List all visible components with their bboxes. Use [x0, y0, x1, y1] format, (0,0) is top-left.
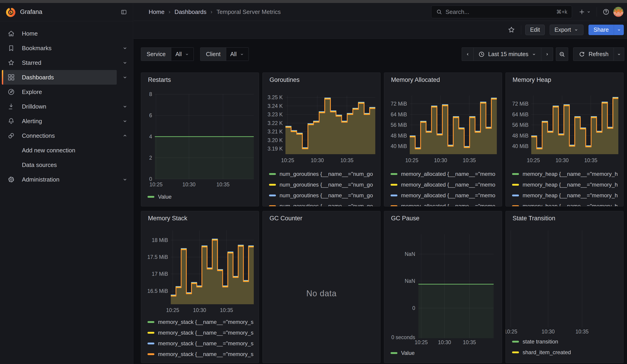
sidebar-item-home[interactable]: Home: [2, 26, 117, 41]
sidebar-item-drilldown-toggle[interactable]: [122, 103, 128, 110]
zoom-out-button[interactable]: [556, 48, 568, 61]
legend-color-marker: [512, 195, 519, 196]
sidebar-item-dashboards[interactable]: Dashboards: [2, 70, 117, 85]
legend-color-marker: [512, 205, 519, 207]
client-filter[interactable]: Client All: [200, 48, 249, 61]
x-tick-label: 10:30: [541, 329, 555, 335]
dock-sidebar-icon[interactable]: [120, 9, 127, 15]
client-filter-label: Client: [200, 48, 226, 61]
help-button[interactable]: [601, 7, 611, 17]
sidebar-item-administration[interactable]: Administration: [2, 172, 117, 187]
legend-label: memory_stack {__name__="memory_s: [158, 330, 254, 336]
legend-item[interactable]: shard_item_created: [512, 347, 623, 358]
legend-item[interactable]: Value: [148, 191, 259, 202]
legend-item[interactable]: memory_heap {__name__="memory_h: [512, 168, 623, 179]
legend-label: memory_allocated {__name__="memo: [401, 171, 495, 177]
chevron-up-icon: [122, 133, 128, 139]
legend-item[interactable]: num_goroutines {__name__="num_go: [269, 179, 380, 190]
search-shortcut: ⌘+k: [556, 9, 567, 15]
sidebar-item-connections[interactable]: Connections: [2, 128, 117, 143]
chevron-down-icon: [531, 52, 536, 57]
goroutines-legend: num_goroutines {__name__="num_gonum_goro…: [263, 168, 380, 207]
share-menu-button[interactable]: [614, 25, 624, 35]
sidebar-item-bookmarks-toggle[interactable]: [122, 45, 128, 51]
sidebar: Grafana HomeBookmarksStarredDashboardsEx…: [0, 3, 133, 364]
refresh-button[interactable]: Refresh: [573, 48, 614, 61]
refresh-interval-button[interactable]: [614, 48, 624, 61]
restarts-legend: Value: [141, 191, 259, 205]
legend-item[interactable]: memory_allocated {__name__="memo: [391, 190, 502, 201]
sidebar-item-bookmarks[interactable]: Bookmarks: [2, 41, 117, 55]
service-filter[interactable]: Service All: [141, 48, 194, 61]
sidebar-item-explore[interactable]: Explore: [2, 85, 117, 99]
sidebar-item-label: Starred: [22, 59, 41, 66]
legend-color-marker: [148, 332, 154, 334]
legend-item[interactable]: memory_stack {__name__="memory_s: [148, 327, 259, 338]
sidebar-item-connections-toggle[interactable]: [122, 133, 128, 139]
legend-label: memory_stack {__name__="memory_s: [158, 340, 254, 347]
legend-color-marker: [391, 205, 397, 207]
legend-label: Value: [401, 350, 415, 356]
breadcrumb-item-dashboards[interactable]: Dashboards: [174, 8, 206, 15]
legend-item[interactable]: num_goroutines {__name__="num_go: [269, 168, 380, 179]
panel-memory-heap: Memory Heap 10:2510:3010:3572 MiB64 MiB5…: [506, 73, 624, 207]
legend-label: memory_heap {__name__="memory_h: [522, 182, 618, 188]
sidebar-item-label: Data sources: [22, 161, 57, 168]
sidebar-item-alerting[interactable]: Alerting: [2, 114, 117, 128]
legend-item[interactable]: memory_allocated {__name__="memo: [391, 201, 502, 207]
sidebar-item-add-new-connection[interactable]: Add new connection: [2, 143, 117, 157]
legend-item[interactable]: state transition: [512, 336, 623, 347]
legend-item[interactable]: Value: [391, 348, 502, 358]
panel-state-transition: State Transition 10:2510:3010:35 state t…: [506, 211, 624, 363]
bookmark-icon: [7, 44, 15, 52]
legend-label: num_goroutines {__name__="num_go: [279, 203, 373, 207]
sidebar-item-dashboards-toggle[interactable]: [122, 74, 128, 81]
chevron-down-icon: [122, 176, 128, 183]
x-tick-label: 10:35: [220, 307, 233, 313]
gc-pause-chart[interactable]: 10:2510:3010:35NaNNaN00 seconds: [384, 211, 502, 363]
legend-item[interactable]: memory_stack {__name__="memory_s: [148, 338, 259, 349]
sidebar-item-administration-toggle[interactable]: [122, 176, 128, 183]
legend-item[interactable]: num_goroutines {__name__="num_go: [269, 201, 380, 207]
legend-item[interactable]: memory_allocated {__name__="memo: [391, 179, 502, 190]
panel-title[interactable]: GC Counter: [269, 215, 302, 222]
y-tick-label: 16.5 MiB: [147, 288, 168, 294]
legend-item[interactable]: memory_heap {__name__="memory_h: [512, 190, 623, 201]
breadcrumb-item-home[interactable]: Home: [149, 8, 164, 15]
y-tick-label: 72 MiB: [512, 101, 528, 107]
favorite-star-button[interactable]: [506, 24, 517, 35]
legend-label: memory_stack {__name__="memory_s: [158, 319, 254, 325]
legend-label: memory_allocated {__name__="memo: [401, 182, 495, 188]
x-tick-label: 10:35: [340, 157, 354, 163]
sidebar-item-drilldown[interactable]: Drilldown: [2, 99, 117, 114]
link-icon: [7, 132, 15, 140]
y-tick-label: 4: [149, 134, 152, 140]
edit-button[interactable]: Edit: [525, 25, 545, 35]
share-button[interactable]: Share: [588, 25, 614, 35]
restarts-chart[interactable]: 10:2510:3010:3586420: [141, 73, 259, 206]
sidebar-item-data-sources[interactable]: Data sources: [2, 157, 117, 172]
legend-item[interactable]: memory_stack {__name__="memory_s: [148, 316, 259, 327]
search-input[interactable]: Search... ⌘+k: [431, 5, 572, 18]
x-tick-label: 10:35: [463, 157, 476, 163]
time-shift-forward-button[interactable]: [541, 48, 553, 61]
add-new-button[interactable]: [577, 7, 593, 17]
time-range-picker[interactable]: Last 15 minutes: [473, 48, 541, 61]
export-button[interactable]: Export: [550, 25, 583, 35]
time-shift-back-button[interactable]: [462, 48, 473, 61]
grafana-app: Grafana HomeBookmarksStarredDashboardsEx…: [0, 0, 627, 364]
legend-item[interactable]: memory_heap {__name__="memory_h: [512, 179, 623, 190]
sidebar-item-starred[interactable]: Starred: [2, 55, 117, 70]
legend-color-marker: [512, 173, 519, 175]
legend-item[interactable]: num_goroutines {__name__="num_go: [269, 190, 380, 201]
legend-item[interactable]: memory_stack {__name__="memory_s: [148, 349, 259, 360]
sidebar-item-starred-toggle[interactable]: [122, 59, 128, 66]
sidebar-item-alerting-toggle[interactable]: [122, 118, 128, 124]
y-tick-label: 0: [412, 305, 415, 311]
y-tick-label: 40 MiB: [391, 143, 407, 149]
legend-item[interactable]: memory_allocated {__name__="memo: [391, 168, 502, 179]
legend-item[interactable]: memory_heap {__name__="memory_h: [512, 201, 623, 207]
service-filter-value: All: [175, 51, 182, 57]
user-avatar[interactable]: [613, 7, 623, 17]
grafana-logo-icon[interactable]: [5, 7, 16, 17]
